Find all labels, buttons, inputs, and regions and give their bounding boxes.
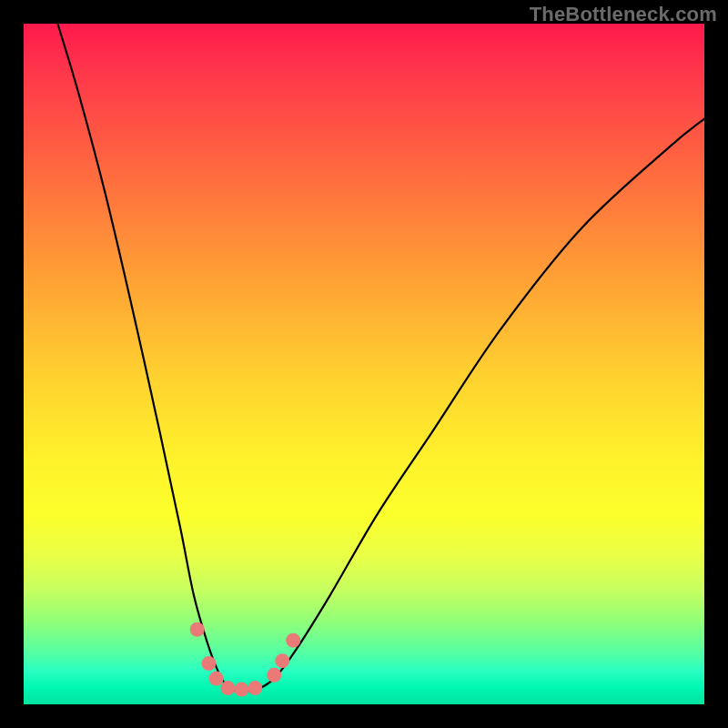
curve-marker — [267, 668, 281, 682]
curve-marker — [248, 681, 262, 695]
chart-svg — [24, 24, 704, 704]
bottleneck-curve — [57, 24, 704, 692]
chart-plot-area — [24, 24, 704, 704]
curve-markers — [190, 622, 300, 697]
curve-marker — [275, 653, 289, 668]
curve-marker — [286, 633, 300, 648]
curve-marker — [234, 682, 248, 697]
curve-marker — [190, 622, 205, 637]
curve-marker — [209, 672, 224, 686]
curve-marker — [201, 656, 216, 671]
watermark-text: TheBottleneck.com — [530, 3, 717, 26]
curve-marker — [220, 681, 235, 695]
